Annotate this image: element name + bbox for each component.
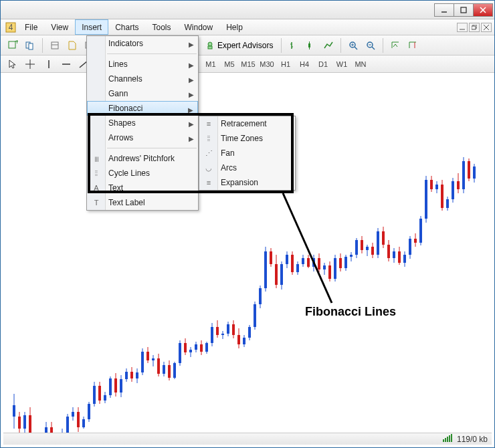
annotation-text: Fibonacci Lines [305, 305, 396, 319]
svg-line-223 [283, 193, 332, 303]
app-window: 4 FileViewInsertChartsToolsWindowHelp + … [0, 0, 495, 448]
annotation-line [1, 1, 495, 448]
